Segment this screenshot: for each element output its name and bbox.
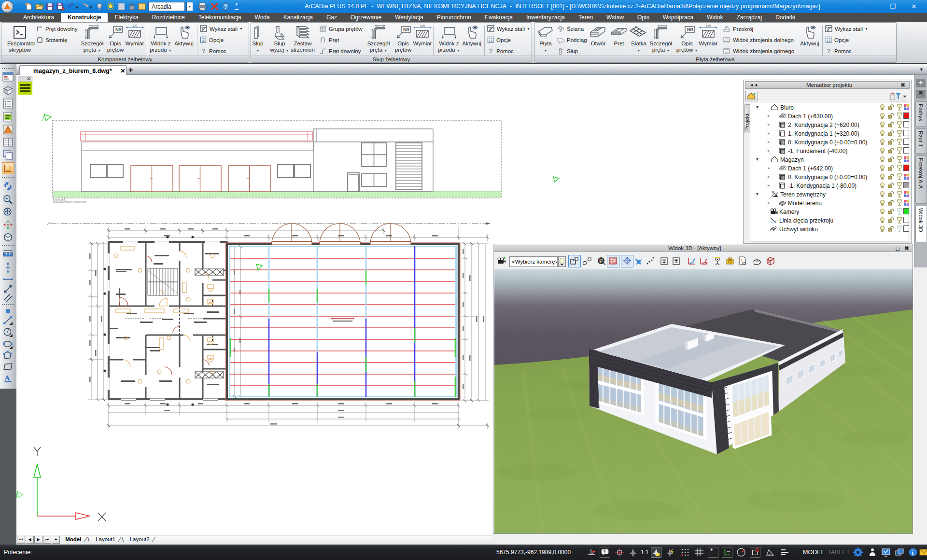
svg-text:3D: 3D: [755, 259, 759, 263]
svg-text:Skala 1:100 budynek magazynowy: Skala 1:100 budynek magazynowy: [53, 201, 87, 203]
svg-text:NR: NR: [403, 27, 409, 32]
svg-text:3D: 3D: [742, 262, 746, 265]
svg-text:A: A: [4, 374, 10, 382]
svg-text:?: ?: [603, 550, 605, 554]
svg-text:?: ?: [224, 3, 227, 10]
svg-text:100: 100: [706, 25, 711, 27]
svg-text:NR: NR: [115, 27, 122, 32]
svg-text:NR: NR: [687, 27, 693, 32]
svg-text:100: 100: [420, 25, 425, 27]
svg-text:100: 100: [132, 25, 138, 27]
